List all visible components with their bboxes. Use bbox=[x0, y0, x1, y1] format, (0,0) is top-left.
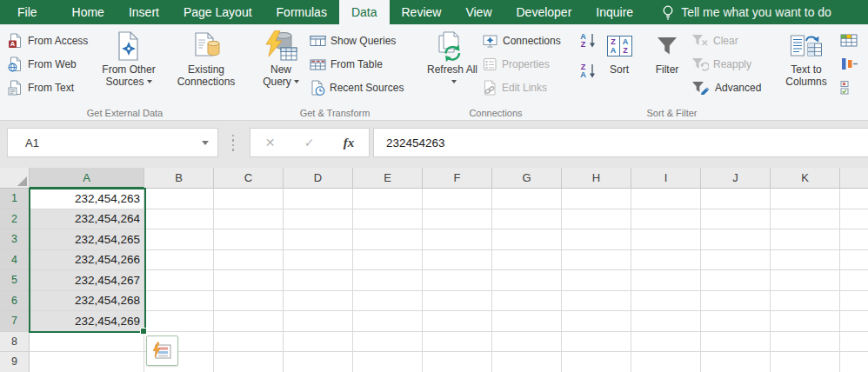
tab-formulas[interactable]: Formulas bbox=[264, 0, 339, 24]
refresh-all-button[interactable]: Refresh All bbox=[425, 27, 479, 88]
cell-I8[interactable] bbox=[631, 332, 701, 353]
enter-icon[interactable]: ✓ bbox=[304, 136, 315, 149]
cell-I6[interactable] bbox=[631, 291, 701, 312]
row-header-4[interactable]: 4 bbox=[0, 250, 30, 271]
cell-A5[interactable]: 232,454,267 bbox=[30, 270, 144, 291]
cell-J4[interactable] bbox=[701, 250, 771, 271]
cell-B5[interactable] bbox=[144, 270, 214, 291]
column-header-partial[interactable] bbox=[840, 168, 868, 189]
cell-A7[interactable]: 232,454,269 bbox=[30, 311, 144, 332]
column-header-G[interactable]: G bbox=[492, 168, 562, 189]
cell-K1[interactable] bbox=[771, 189, 840, 209]
cell-B7[interactable] bbox=[144, 311, 214, 332]
cell-I7[interactable] bbox=[631, 311, 701, 332]
cell-A6[interactable]: 232,454,268 bbox=[30, 291, 144, 312]
tab-view[interactable]: View bbox=[453, 0, 504, 24]
cell-A8[interactable] bbox=[30, 332, 144, 353]
sort-ascending-button[interactable]: AZ bbox=[575, 29, 599, 52]
cell-I1[interactable] bbox=[631, 189, 701, 209]
column-header-I[interactable]: I bbox=[631, 168, 701, 189]
text-to-columns-button[interactable]: Text to Columns bbox=[778, 27, 835, 88]
cell-partial-6[interactable] bbox=[840, 291, 868, 312]
advanced-filter-button[interactable]: Advanced bbox=[689, 76, 769, 99]
cell-I9[interactable] bbox=[631, 352, 701, 372]
cell-G7[interactable] bbox=[492, 311, 562, 332]
cell-I3[interactable] bbox=[631, 229, 701, 250]
cell-I2[interactable] bbox=[631, 209, 701, 230]
cell-G1[interactable] bbox=[492, 189, 562, 209]
data-validation-button[interactable] bbox=[835, 76, 868, 99]
cell-E5[interactable] bbox=[353, 270, 423, 291]
cell-K5[interactable] bbox=[771, 270, 840, 291]
cell-F2[interactable] bbox=[423, 209, 492, 230]
column-header-A[interactable]: A bbox=[30, 168, 144, 189]
cell-E9[interactable] bbox=[353, 352, 423, 372]
cell-A1[interactable]: 232,454,263 bbox=[30, 189, 144, 209]
cell-J1[interactable] bbox=[701, 189, 771, 209]
cell-partial-4[interactable] bbox=[840, 250, 868, 271]
cell-H8[interactable] bbox=[562, 332, 631, 353]
cell-K9[interactable] bbox=[771, 352, 840, 372]
cell-F5[interactable] bbox=[423, 270, 492, 291]
cell-H4[interactable] bbox=[562, 250, 631, 271]
cell-K6[interactable] bbox=[771, 291, 840, 312]
cell-E6[interactable] bbox=[353, 291, 423, 312]
tab-page-layout[interactable]: Page Layout bbox=[171, 0, 264, 24]
cell-D1[interactable] bbox=[284, 189, 353, 209]
cell-C3[interactable] bbox=[214, 229, 284, 250]
cell-partial-1[interactable] bbox=[840, 189, 868, 209]
cell-H2[interactable] bbox=[562, 209, 631, 230]
cell-G9[interactable] bbox=[492, 352, 562, 372]
cell-H7[interactable] bbox=[562, 311, 631, 332]
sort-descending-button[interactable]: ZA bbox=[575, 59, 599, 83]
insert-function-icon[interactable]: fx bbox=[344, 136, 355, 150]
cell-A3[interactable]: 232,454,265 bbox=[30, 229, 144, 250]
existing-connections-button[interactable]: Existing Connections bbox=[166, 27, 246, 88]
cell-D7[interactable] bbox=[284, 311, 353, 332]
cell-D3[interactable] bbox=[284, 229, 353, 250]
column-header-B[interactable]: B bbox=[144, 168, 214, 189]
cell-D5[interactable] bbox=[284, 270, 353, 291]
from-table-button[interactable]: From Table bbox=[307, 52, 417, 76]
column-header-J[interactable]: J bbox=[701, 168, 771, 189]
cell-partial-2[interactable] bbox=[840, 209, 868, 230]
cell-K8[interactable] bbox=[771, 332, 840, 353]
connections-button[interactable]: Connections bbox=[479, 29, 568, 52]
cell-H9[interactable] bbox=[562, 352, 631, 372]
fill-handle[interactable] bbox=[140, 328, 147, 335]
cell-B1[interactable] bbox=[144, 189, 214, 209]
cell-F6[interactable] bbox=[423, 291, 492, 312]
cell-E4[interactable] bbox=[353, 250, 423, 271]
cell-E3[interactable] bbox=[353, 229, 423, 250]
from-other-sources-button[interactable]: From Other Sources bbox=[92, 27, 165, 88]
cell-J2[interactable] bbox=[701, 209, 771, 230]
cell-E7[interactable] bbox=[353, 311, 423, 332]
row-header-8[interactable]: 8 bbox=[0, 332, 30, 353]
cell-F8[interactable] bbox=[423, 332, 492, 353]
cell-H3[interactable] bbox=[562, 229, 631, 250]
cell-G4[interactable] bbox=[492, 250, 562, 271]
select-all-corner[interactable] bbox=[0, 168, 30, 189]
tab-developer[interactable]: Developer bbox=[504, 0, 584, 24]
formula-bar-splitter[interactable] bbox=[226, 128, 240, 157]
row-header-7[interactable]: 7 bbox=[0, 311, 30, 332]
cell-E2[interactable] bbox=[353, 209, 423, 230]
remove-duplicates-button[interactable] bbox=[835, 52, 868, 76]
cell-I4[interactable] bbox=[631, 250, 701, 271]
tell-me-box[interactable]: Tell me what you want to do bbox=[661, 0, 831, 24]
cell-F3[interactable] bbox=[423, 229, 492, 250]
from-text-button[interactable]: From Text bbox=[5, 76, 92, 99]
cell-K4[interactable] bbox=[771, 250, 840, 271]
from-web-button[interactable]: From Web bbox=[5, 52, 92, 76]
cell-D6[interactable] bbox=[284, 291, 353, 312]
cell-C8[interactable] bbox=[214, 332, 284, 353]
cell-E8[interactable] bbox=[353, 332, 423, 353]
cell-B3[interactable] bbox=[144, 229, 214, 250]
cell-J8[interactable] bbox=[701, 332, 771, 353]
cell-J7[interactable] bbox=[701, 311, 771, 332]
cell-J5[interactable] bbox=[701, 270, 771, 291]
column-header-D[interactable]: D bbox=[284, 168, 353, 189]
cell-F7[interactable] bbox=[423, 311, 492, 332]
autofill-options-button[interactable] bbox=[146, 335, 178, 366]
cell-partial-9[interactable] bbox=[840, 352, 868, 372]
